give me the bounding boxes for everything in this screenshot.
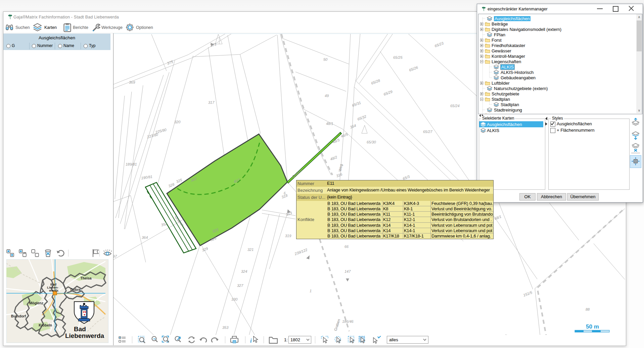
svg-text:65/30: 65/30	[367, 140, 376, 144]
svg-text:1: 1	[310, 289, 312, 293]
svg-text:Bad: Bad	[74, 325, 86, 333]
svg-text:Graben: Graben	[291, 168, 303, 179]
svg-text:317: 317	[208, 100, 215, 104]
svg-text:Kröbeln: Kröbeln	[39, 323, 52, 327]
svg-text:319: 319	[285, 234, 291, 238]
svg-text:65/25: 65/25	[393, 55, 403, 59]
svg-text:Dobra: Dobra	[71, 288, 81, 292]
svg-text:330: 330	[231, 297, 238, 301]
svg-text:65/28: 65/28	[371, 78, 381, 85]
svg-text:Theisa: Theisa	[80, 276, 91, 280]
svg-text:352: 352	[160, 222, 168, 227]
svg-text:313: 313	[285, 211, 293, 217]
svg-text:151/5: 151/5	[523, 290, 533, 297]
svg-text:48/1: 48/1	[326, 122, 333, 126]
svg-text:369: 369	[129, 80, 135, 84]
svg-text:66: 66	[344, 245, 349, 249]
svg-text:65/24: 65/24	[450, 104, 460, 108]
svg-text:65/31: 65/31	[352, 100, 362, 107]
svg-text:65/27: 65/27	[423, 130, 432, 134]
svg-text:48/2: 48/2	[330, 155, 338, 161]
svg-text:Burxdorf: Burxdorf	[11, 314, 26, 318]
svg-text:321: 321	[247, 248, 254, 252]
svg-text:50 m: 50 m	[586, 323, 599, 330]
svg-text:65/32: 65/32	[357, 114, 367, 121]
svg-text:324: 324	[241, 269, 247, 273]
svg-text:97: 97	[113, 254, 117, 258]
svg-text:327: 327	[237, 284, 243, 288]
svg-text:328: 328	[168, 182, 175, 188]
svg-text:50: 50	[323, 57, 328, 61]
svg-text:65/26: 65/26	[409, 65, 419, 72]
svg-text:353: 353	[222, 325, 229, 330]
svg-text:Weg: Weg	[338, 164, 343, 172]
svg-text:46/5: 46/5	[340, 132, 349, 138]
svg-text:88: 88	[586, 307, 590, 311]
svg-text:375: 375	[167, 59, 174, 66]
svg-text:189/81: 189/81	[126, 162, 137, 166]
svg-text:186/46: 186/46	[342, 319, 354, 323]
svg-text:147: 147	[344, 269, 351, 273]
svg-text:i: i	[250, 338, 252, 344]
svg-text:♥: ♥	[84, 313, 85, 316]
svg-text:316: 316	[336, 172, 343, 178]
svg-text:65/23: 65/23	[434, 41, 445, 48]
svg-text:190/81: 190/81	[141, 174, 153, 180]
svg-text:werda: werda	[49, 289, 58, 292]
svg-text:49: 49	[325, 94, 329, 98]
svg-text:320: 320	[174, 120, 181, 124]
svg-text:Möglenz: Möglenz	[29, 301, 43, 305]
svg-text:Graben: Graben	[333, 318, 341, 332]
svg-text:318: 318	[281, 193, 288, 199]
svg-text:354: 354	[350, 123, 357, 129]
svg-text:65/29: 65/29	[383, 89, 393, 96]
svg-text:239/122: 239/122	[294, 248, 308, 256]
svg-text:364: 364	[142, 235, 148, 240]
svg-text:223/80: 223/80	[146, 132, 158, 139]
svg-text:Liebenwerda: Liebenwerda	[65, 332, 104, 339]
svg-text:68/1: 68/1	[494, 214, 502, 221]
